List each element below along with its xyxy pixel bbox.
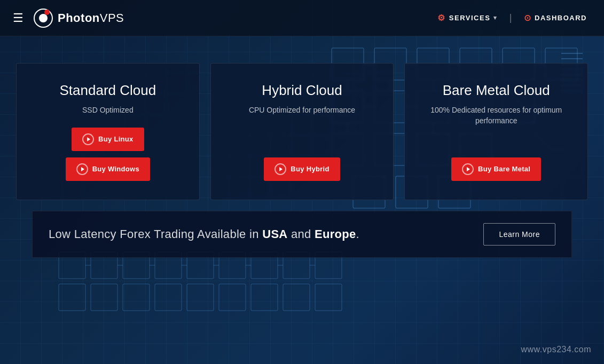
logo-container[interactable]: PhotonVPS (33, 8, 124, 28)
hybrid-cloud-buttons: Buy Hybrid (227, 152, 378, 181)
nav-divider: | (507, 12, 514, 23)
buy-windows-play-icon (76, 163, 88, 175)
svg-point-68 (39, 14, 48, 22)
hybrid-cloud-subtitle: CPU Optimized for performance (227, 105, 378, 116)
services-chevron-icon: ▾ (493, 14, 498, 21)
main-content: Standard Cloud SSD Optimized Buy Linux B… (0, 36, 604, 258)
logo-text: PhotonVPS (58, 11, 124, 25)
watermark-text: www.vps234.com (521, 345, 592, 354)
standard-cloud-card: Standard Cloud SSD Optimized Buy Linux B… (16, 63, 200, 200)
services-label: SERVICES (449, 14, 491, 22)
buy-windows-label: Buy Windows (92, 165, 139, 173)
bare-metal-title: Bare Metal Cloud (421, 82, 571, 99)
standard-cloud-buttons: Buy Linux Buy Windows (33, 122, 183, 181)
buy-linux-label: Buy Linux (98, 135, 134, 143)
navbar-left: ☰ PhotonVPS (13, 8, 124, 28)
buy-bare-metal-play-icon (462, 163, 474, 175)
dashboard-icon: ⊙ (524, 13, 532, 23)
learn-more-button[interactable]: Learn More (483, 223, 555, 246)
dashboard-nav-item[interactable]: ⊙ DASHBOARD (520, 11, 592, 25)
bare-metal-cloud-card: Bare Metal Cloud 100% Dedicated resource… (404, 63, 588, 200)
svg-point-69 (44, 10, 50, 15)
services-icon: ⚙ (437, 13, 446, 23)
navbar-right: ⚙ SERVICES ▾ | ⊙ DASHBOARD (433, 11, 591, 25)
forex-usa: USA (262, 227, 287, 241)
services-nav-item[interactable]: ⚙ SERVICES ▾ (433, 11, 502, 25)
buy-windows-button[interactable]: Buy Windows (66, 157, 150, 181)
buy-hybrid-play-icon (274, 163, 286, 175)
logo-icon (33, 8, 53, 28)
buy-linux-play-icon (82, 133, 94, 145)
forex-text: Low Latency Forex Trading Available in U… (49, 227, 359, 241)
navbar: ☰ PhotonVPS ⚙ SERVICES ▾ | ⊙ DASHBOARD (0, 0, 604, 36)
bare-metal-buttons: Buy Bare Metal (421, 152, 571, 181)
forex-banner: Low Latency Forex Trading Available in U… (32, 211, 572, 258)
forex-text-prefix: Low Latency Forex Trading Available in (49, 227, 262, 241)
bare-metal-subtitle: 100% Dedicated resources for optimum per… (421, 105, 571, 126)
buy-hybrid-button[interactable]: Buy Hybrid (264, 157, 340, 181)
dashboard-label: DASHBOARD (535, 14, 587, 22)
buy-bare-metal-button[interactable]: Buy Bare Metal (451, 157, 541, 181)
buy-linux-button[interactable]: Buy Linux (72, 128, 144, 151)
forex-text-middle: and (288, 227, 315, 241)
buy-hybrid-label: Buy Hybrid (291, 165, 329, 173)
hybrid-cloud-card: Hybrid Cloud CPU Optimized for performan… (210, 63, 394, 200)
cards-row: Standard Cloud SSD Optimized Buy Linux B… (16, 63, 588, 200)
watermark: www.vps234.com (521, 345, 592, 354)
hybrid-cloud-title: Hybrid Cloud (227, 82, 378, 99)
standard-cloud-subtitle: SSD Optimized (33, 105, 183, 116)
forex-europe: Europe (315, 227, 356, 241)
hamburger-menu-icon[interactable]: ☰ (13, 11, 23, 25)
standard-cloud-title: Standard Cloud (33, 82, 183, 99)
forex-text-suffix: . (356, 227, 359, 241)
buy-bare-metal-label: Buy Bare Metal (478, 165, 530, 173)
